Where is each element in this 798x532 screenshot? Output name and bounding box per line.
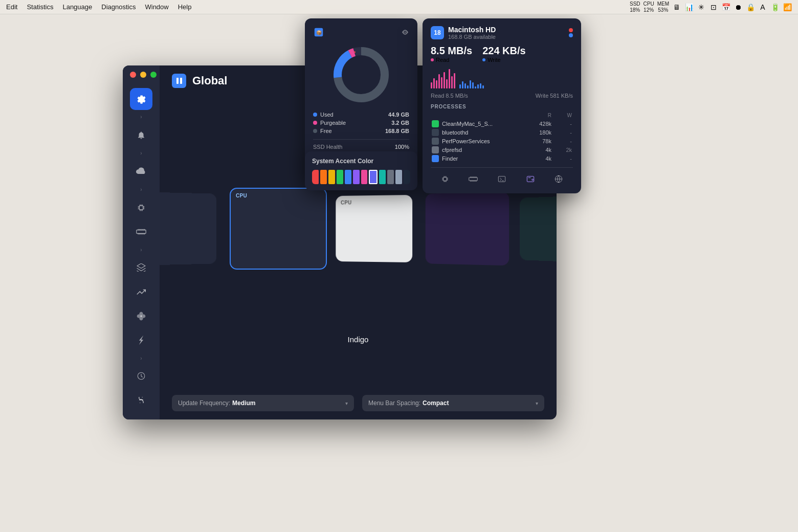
sidebar-item-cpu[interactable]: [130, 196, 152, 218]
display-icon[interactable]: ⊡: [709, 3, 718, 12]
pause-bar-right: [180, 78, 182, 84]
sidebar-chevron-2[interactable]: ›: [137, 149, 145, 158]
record-icon[interactable]: ⏺: [734, 3, 743, 12]
color-accent-popup: System Accent Color: [305, 151, 417, 190]
color-bar-row[interactable]: [312, 170, 410, 184]
color-dark[interactable]: [404, 170, 410, 184]
svg-text:📦: 📦: [316, 30, 322, 36]
menu-spacing-value: Compact: [423, 400, 449, 407]
clock-icon: [137, 371, 146, 381]
pause-button[interactable]: [172, 74, 186, 88]
activity-icon[interactable]: 📊: [684, 3, 694, 12]
bell-icon: [137, 130, 146, 140]
menu-help[interactable]: Help: [178, 3, 192, 11]
sidebar-item-notifications[interactable]: [130, 124, 152, 146]
sidebar-item-timer[interactable]: [130, 365, 152, 387]
eye-icon[interactable]: [401, 28, 409, 36]
update-frequency-dropdown[interactable]: Update Frequency: Medium ▾: [172, 395, 354, 411]
widget-card-white[interactable]: CPU: [336, 195, 412, 262]
widget-card-mid-left[interactable]: CPU: [160, 192, 216, 266]
sidebar-item-settings[interactable]: [130, 88, 152, 110]
asterisk-icon[interactable]: ✳: [697, 3, 706, 12]
traffic-lights: [130, 72, 157, 78]
color-green[interactable]: [337, 170, 343, 184]
widget-card-far-right[interactable]: [520, 195, 557, 262]
health-row: SSD Health 100%: [313, 144, 409, 150]
mac-dot-blue: [569, 33, 573, 37]
write-dot: [482, 58, 485, 61]
sidebar-item-memory[interactable]: [130, 220, 152, 242]
update-freq-arrow: ▾: [345, 401, 348, 406]
sidebar-item-fan[interactable]: [130, 305, 152, 327]
color-purple[interactable]: [353, 170, 360, 184]
toolbar-btn-cpu[interactable]: [437, 172, 453, 186]
wifi-icon[interactable]: 📶: [783, 3, 792, 12]
menu-window[interactable]: Window: [145, 3, 168, 11]
battery-icon[interactable]: 🔋: [770, 3, 780, 12]
update-freq-label: Update Frequency:: [178, 400, 230, 407]
process-row-4: Finder 4k -: [431, 155, 573, 162]
vpn-icon[interactable]: 🔒: [746, 3, 755, 12]
sidebar-chevron-5[interactable]: ›: [137, 354, 145, 362]
calendar-icon[interactable]: 📅: [721, 3, 730, 12]
sidebar-chevron-4[interactable]: ›: [137, 246, 145, 254]
free-dot: [313, 129, 317, 133]
widget-card-mid-right[interactable]: [426, 192, 509, 266]
maximize-button[interactable]: [150, 72, 157, 78]
mac-hd-title-group: Macintosh HD 168.8 GB available: [448, 26, 496, 40]
chart-bars: [160, 203, 216, 265]
sidebar-item-network[interactable]: [130, 281, 152, 303]
sidebar-item-link[interactable]: [130, 389, 152, 411]
monitor-icon[interactable]: 🖥: [672, 3, 681, 12]
toolbar-btn-terminal[interactable]: [494, 172, 510, 186]
menu-spacing-dropdown[interactable]: Menu Bar Spacing: Compact ▾: [362, 395, 544, 411]
menu-edit[interactable]: Edit: [6, 3, 17, 11]
svg-rect-1: [137, 230, 146, 233]
toolbar-btn-network[interactable]: [550, 172, 567, 186]
color-accent-label: System Accent Color: [312, 158, 410, 165]
color-orange[interactable]: [320, 170, 327, 184]
color-blue[interactable]: [345, 170, 351, 184]
color-teal[interactable]: [379, 170, 386, 184]
mem-stat: MEM 53%: [657, 1, 669, 13]
color-graphite[interactable]: [387, 170, 394, 184]
svg-rect-14: [498, 176, 505, 182]
menu-statistics[interactable]: Statistics: [27, 3, 53, 11]
ssd-stat: SSD 18%: [630, 1, 640, 13]
minimize-button[interactable]: [140, 72, 146, 78]
mac-hd-subtitle: 168.8 GB available: [448, 34, 496, 40]
process-table-header: R W: [431, 113, 573, 118]
cloud-icon: [136, 167, 146, 175]
text-icon[interactable]: A: [758, 3, 767, 12]
write-current: Write 581 KB/s: [536, 93, 573, 99]
col-w: W: [551, 113, 572, 118]
mac-hd-panel: 18 Macintosh HD 168.8 GB available 8.5 M…: [423, 18, 581, 193]
mac-hd-badge: 18: [431, 26, 444, 39]
disk-legend: Used 44.9 GB Purgeable 3.2 GB Free 168.8…: [313, 112, 409, 134]
sidebar-item-layers[interactable]: [130, 257, 152, 279]
mac-stats: 8.5 MB/s Read 224 KB/s Write: [431, 45, 573, 63]
mac-rw-labels: Read 8.5 MB/s Write 581 KB/s: [431, 93, 573, 99]
mac-toolbar: [431, 167, 573, 186]
color-red[interactable]: [312, 170, 319, 184]
close-button[interactable]: [130, 72, 136, 78]
menu-language[interactable]: Language: [62, 3, 92, 11]
legend-purgeable: Purgeable 3.2 GB: [313, 120, 409, 126]
chart-bars: [426, 203, 509, 265]
bar-group: [522, 260, 535, 260]
widget-label: CPU: [341, 200, 351, 206]
color-silver[interactable]: [395, 170, 402, 184]
color-pink[interactable]: [361, 170, 368, 184]
sidebar-item-cloud[interactable]: [130, 160, 152, 182]
sidebar-chevron-1[interactable]: ›: [137, 113, 145, 121]
process-row-2: PerfPowerServices 78k -: [431, 138, 573, 145]
sidebar-item-power[interactable]: [130, 329, 152, 351]
color-indigo-selected[interactable]: [369, 170, 378, 184]
mac-read-stat: 8.5 MB/s Read: [431, 45, 472, 63]
sidebar-chevron-3[interactable]: ›: [137, 186, 145, 194]
menu-diagnostics[interactable]: Diagnostics: [101, 3, 136, 11]
toolbar-btn-memory[interactable]: [465, 172, 481, 186]
color-yellow[interactable]: [328, 170, 335, 184]
widget-card-selected[interactable]: CPU: [230, 188, 327, 270]
toolbar-btn-disk[interactable]: [522, 172, 539, 186]
